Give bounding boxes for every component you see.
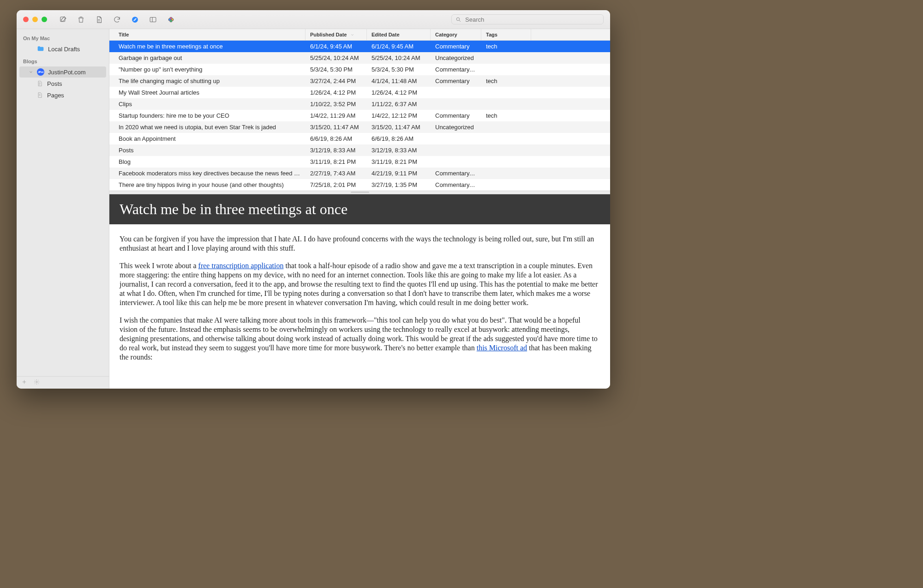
table-row[interactable]: Clips1/10/22, 3:52 PM1/11/22, 6:37 AM [109,98,610,110]
cell-title: Book an Appointment [109,135,306,142]
photos-icon[interactable] [166,15,176,24]
window-controls [23,17,47,22]
table-row[interactable]: Book an Appointment6/6/19, 8:26 AM6/6/19… [109,133,610,144]
cell-published: 3/15/20, 11:47 AM [306,124,367,131]
sort-down-icon [350,33,354,37]
preview-header: Watch me be in three meetings at once [109,194,610,224]
table-row[interactable]: Garbage in garbage out5/25/24, 10:24 AM5… [109,52,610,64]
cell-published: 1/4/22, 11:29 AM [306,112,367,119]
svg-point-8 [36,381,37,383]
cell-edited: 3/12/19, 8:33 AM [367,147,431,154]
sidebar-footer [17,376,109,389]
cell-title: Facebook moderators miss key directives … [109,170,306,177]
th-title[interactable]: Title [109,29,306,40]
split-handle[interactable] [109,191,610,194]
svg-point-7 [456,18,460,21]
refresh-icon[interactable] [112,15,122,24]
folder-icon [37,45,44,53]
zoom-window-button[interactable] [42,17,47,22]
table-row[interactable]: In 2020 what we need is utopia, but even… [109,121,610,133]
cell-published: 7/25/18, 2:01 PM [306,181,367,188]
cell-category: Uncategorized [431,124,481,131]
preview-body: You can be forgiven if you have the impr… [109,224,610,374]
sidebar-item-posts[interactable]: Posts [19,78,106,89]
th-published[interactable]: Published Date [306,29,367,40]
table-row[interactable]: Blog3/11/19, 8:21 PM3/11/19, 8:21 PM [109,156,610,168]
table-row[interactable]: Posts3/12/19, 8:33 AM3/12/19, 8:33 AM [109,144,610,156]
cell-published: 6/1/24, 9:45 AM [306,43,367,50]
table-row[interactable]: Watch me be in three meetings at once6/1… [109,41,610,52]
cell-category: Commentary [431,78,481,84]
svg-point-1 [132,17,138,23]
table-row[interactable]: Startup founders: hire me to be your CEO… [109,110,610,121]
sidebar-section-local: On My Mac [17,32,109,43]
search-input[interactable] [464,16,599,24]
table-row[interactable]: There are tiny hippos living in your hou… [109,179,610,191]
cell-published: 3/12/19, 8:33 AM [306,147,367,154]
safari-icon[interactable] [130,15,140,24]
cell-edited: 6/1/24, 9:45 AM [367,43,431,50]
cell-category: Uncategorized [431,54,481,61]
preview-title: Watch me be in three meetings at once [120,201,600,218]
cell-title: Blog [109,158,306,165]
trash-icon[interactable] [76,15,86,24]
sidebar-section-blogs: Blogs [17,55,109,66]
th-tags[interactable]: Tags [481,29,531,40]
settings-icon[interactable] [34,379,40,386]
document-icon[interactable] [94,15,104,24]
preview-link-transcription[interactable]: free transcription application [198,262,284,270]
preview-paragraph: I wish the companies that make AI were t… [120,316,600,362]
cell-edited: 1/4/22, 12:12 PM [367,112,431,119]
th-edited[interactable]: Edited Date [367,29,431,40]
preview-link-microsoft-ad[interactable]: this Microsoft ad [477,344,527,352]
th-extra [531,29,610,40]
table-row[interactable]: Facebook moderators miss key directives … [109,168,610,179]
cell-published: 5/25/24, 10:24 AM [306,54,367,61]
main-panel: Title Published Date Edited Date Categor… [109,29,610,389]
table-row[interactable]: "Number go up" isn't everything5/3/24, 5… [109,64,610,75]
cell-tags: tech [481,43,531,50]
cell-title: Clips [109,101,306,108]
sidebar-item-label: Pages [47,92,64,99]
sidebar-item-pages[interactable]: Pages [19,90,106,101]
cell-published: 3/11/19, 8:21 PM [306,158,367,165]
cell-title: Posts [109,147,306,154]
cell-title: In 2020 what we need is utopia, but even… [109,124,306,131]
svg-rect-2 [150,17,156,22]
cell-edited: 6/6/19, 8:26 AM [367,135,431,142]
cell-title: The life changing magic of shutting up [109,78,306,84]
sidebar-item-justinpot[interactable]: JPot JustinPot.com [19,66,106,78]
cell-title: Garbage in garbage out [109,54,306,61]
add-button[interactable] [21,379,27,386]
svg-rect-0 [60,17,65,21]
panels-icon[interactable] [148,15,158,24]
th-category[interactable]: Category [431,29,481,40]
table-row[interactable]: The life changing magic of shutting up3/… [109,75,610,87]
cell-published: 5/3/24, 5:30 PM [306,66,367,73]
cell-category: Commentary, I… [431,66,481,73]
preview-paragraph: You can be forgiven if you have the impr… [120,234,600,253]
compose-icon[interactable] [58,15,68,24]
table-header-row: Title Published Date Edited Date Categor… [109,29,610,41]
cell-edited: 3/15/20, 11:47 AM [367,124,431,131]
table-row[interactable]: My Wall Street Journal articles1/26/24, … [109,87,610,98]
cell-title: My Wall Street Journal articles [109,89,306,96]
cell-category: Commentary [431,112,481,119]
chevron-down-icon[interactable] [29,69,33,76]
close-window-button[interactable] [23,17,29,22]
minimize-window-button[interactable] [32,17,38,22]
search-box[interactable] [451,14,604,24]
sidebar-item-local-drafts[interactable]: Local Drafts [19,43,106,54]
cell-published: 2/27/19, 7:43 AM [306,170,367,177]
cell-published: 1/26/24, 4:12 PM [306,89,367,96]
sidebar: On My Mac Local Drafts Blogs JPot Justin… [17,29,109,389]
cell-published: 1/10/22, 3:52 PM [306,101,367,108]
cell-edited: 5/3/24, 5:30 PM [367,66,431,73]
preview-paragraph: This week I wrote about a free transcrip… [120,261,600,307]
pages-icon [36,91,43,99]
cell-edited: 3/27/19, 1:35 PM [367,181,431,188]
cell-edited: 5/25/24, 10:24 AM [367,54,431,61]
sidebar-item-label: Local Drafts [48,46,80,53]
cell-tags: tech [481,78,531,84]
cell-category: Commentary [431,43,481,50]
